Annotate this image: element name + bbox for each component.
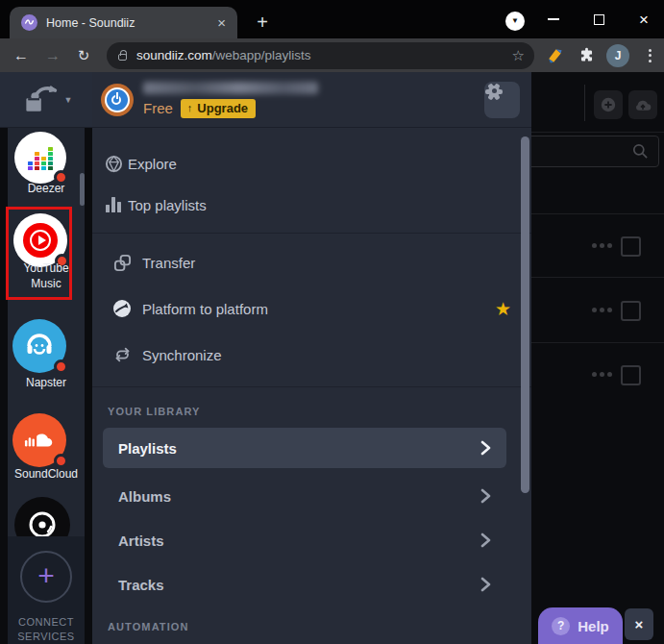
bar-chart-icon (103, 197, 124, 212)
notification-dot (54, 359, 68, 374)
library-item-albums[interactable]: Albums (103, 480, 506, 512)
browser-menu-button[interactable] (638, 44, 661, 67)
back-button[interactable]: ← (10, 47, 33, 64)
upgrade-button[interactable]: ↑ Upgrade (181, 99, 256, 118)
library-item-playlists[interactable]: Playlists (103, 428, 506, 468)
bookmark-star-icon[interactable]: ☆ (512, 47, 525, 64)
row-checkbox[interactable] (621, 365, 641, 385)
divider (531, 277, 664, 278)
header-divider (584, 85, 585, 121)
extensions-puzzle-icon[interactable] (575, 44, 598, 67)
connect-services-button[interactable]: + CONNECT SERVICES (8, 536, 85, 644)
library-item-artists[interactable]: Artists (103, 524, 506, 557)
close-icon: × (639, 12, 649, 28)
notification-dot (54, 454, 68, 468)
divider (531, 213, 664, 214)
drawer-scrollbar[interactable] (521, 136, 529, 493)
menu-item-label: Synchronize (142, 347, 222, 363)
add-playlist-button[interactable] (594, 90, 623, 119)
soundiiz-logo-icon (101, 84, 134, 116)
plan-label: Free (143, 100, 173, 116)
menu-item-label: Explore (128, 156, 177, 172)
hand-box-icon (20, 85, 59, 115)
extension-marker-icon[interactable] (543, 44, 566, 67)
help-label: Help (578, 618, 609, 634)
favorite-star-icon[interactable]: ★ (495, 298, 511, 320)
chevron-right-icon (480, 488, 491, 504)
menu-item-label: Platform to platform (142, 301, 495, 317)
tab-close-button[interactable]: × (215, 15, 228, 30)
account-email-blurred (143, 82, 318, 94)
search-input[interactable] (519, 136, 659, 167)
more-options-icon[interactable] (592, 243, 612, 248)
soundcloud-icon (12, 413, 66, 467)
sidebar-item-napster[interactable] (12, 319, 66, 373)
page-url: soundiiz.com/webapp/playlists (136, 48, 512, 62)
caret-down-icon: ▼ (64, 95, 73, 105)
more-options-icon[interactable] (592, 308, 612, 312)
sidebar-item-deezer[interactable] (14, 132, 66, 184)
lock-icon (118, 54, 127, 61)
menu-item-transfer[interactable]: Transfer (111, 248, 195, 277)
chevron-right-icon (480, 577, 491, 592)
forward-button[interactable]: → (41, 47, 64, 64)
section-label-automation: AUTOMATION (108, 621, 189, 632)
sidebar-item-soundcloud[interactable] (12, 413, 66, 467)
menu-item-platform-to-platform[interactable]: Platform to platform ★ (111, 294, 511, 323)
plus-icon: + (37, 561, 55, 590)
maximize-icon (594, 14, 604, 25)
import-button[interactable] (628, 90, 657, 119)
plus-circle-icon (600, 96, 617, 113)
menu-item-label: Top playlists (128, 197, 207, 213)
profile-avatar[interactable]: J (606, 44, 629, 67)
link-icon (111, 254, 133, 272)
highlight-annotation-box (6, 207, 72, 300)
question-icon: ? (552, 617, 570, 635)
window-minimize-button[interactable] (532, 0, 575, 38)
tab-favicon-icon (21, 14, 37, 31)
menu-item-synchronize[interactable]: Synchronize (111, 340, 222, 369)
new-tab-button[interactable]: + (250, 10, 275, 35)
window-close-button[interactable]: × (623, 0, 664, 38)
search-icon (632, 143, 649, 160)
globe-icon (103, 155, 124, 173)
napster-icon (12, 319, 66, 373)
url-domain: soundiiz.com (136, 48, 212, 62)
refresh-button[interactable]: ↻ (72, 47, 95, 64)
row-checkbox[interactable] (621, 301, 641, 321)
browser-tab-bar: Home - Soundiiz × + ▼ × (0, 0, 664, 38)
more-options-icon[interactable] (592, 372, 612, 377)
divider (92, 233, 531, 234)
sync-icon (111, 345, 133, 364)
row-checkbox[interactable] (621, 236, 641, 257)
menu-item-label: Transfer (142, 255, 195, 271)
chevron-right-icon (480, 533, 491, 548)
navigation-drawer: Free ↑ Upgrade Ex (92, 72, 531, 644)
send-icon (111, 299, 133, 318)
tab-title: Home - Soundiiz (46, 16, 215, 30)
sidebar-scrollbar[interactable] (80, 173, 85, 206)
caret-down-icon: ▼ (511, 17, 519, 25)
divider (92, 386, 531, 387)
menu-item-top-playlists[interactable]: Top playlists (103, 190, 207, 219)
help-button[interactable]: ? Help (538, 607, 623, 644)
cloud-upload-icon (633, 97, 652, 112)
divider (531, 132, 664, 133)
url-path: /webapp/playlists (212, 48, 311, 62)
media-controls-button[interactable]: ▼ (505, 12, 525, 31)
section-label-your-library: YOUR LIBRARY (108, 406, 201, 417)
service-picker-button[interactable]: ▼ (0, 72, 92, 128)
library-item-tracks[interactable]: Tracks (103, 568, 506, 601)
window-maximize-button[interactable] (578, 0, 620, 38)
drawer-header: Free ↑ Upgrade (92, 72, 531, 128)
menu-item-explore[interactable]: Explore (103, 149, 177, 178)
address-bar[interactable]: soundiiz.com/webapp/playlists ☆ (107, 42, 534, 69)
browser-toolbar: ← → ↻ soundiiz.com/webapp/playlists ☆ J (0, 38, 664, 72)
app-window: Home - Soundiiz × + ▼ × ← → ↻ soundiiz.c… (0, 0, 664, 644)
up-arrow-icon: ↑ (187, 102, 193, 113)
divider (531, 342, 664, 343)
settings-button[interactable] (484, 82, 520, 118)
help-close-button[interactable]: × (625, 608, 653, 640)
connect-services-label: CONNECT SERVICES (17, 615, 74, 644)
browser-tab[interactable]: Home - Soundiiz × (10, 7, 237, 38)
